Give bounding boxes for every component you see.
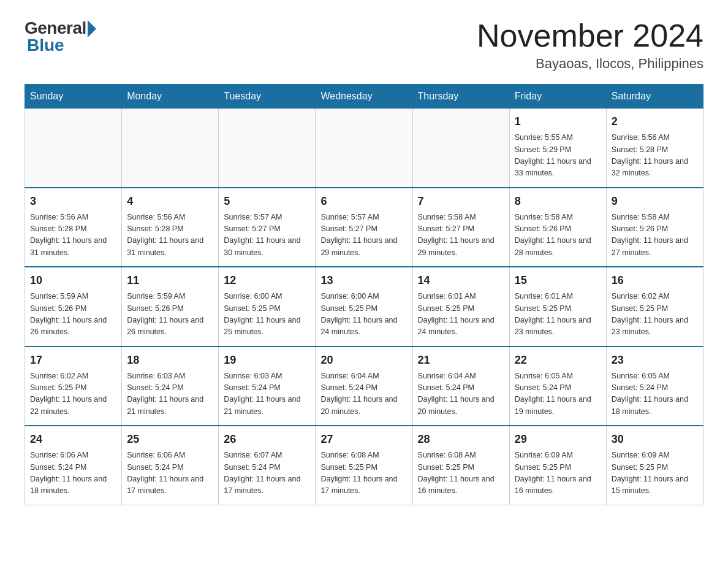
page-header: General Blue November 2024 Bayaoas, Iloc… — [25, 18, 703, 72]
day-number: 10 — [30, 272, 116, 289]
day-number: 9 — [612, 193, 698, 210]
day-number: 28 — [418, 431, 504, 448]
day-info: Sunrise: 6:06 AMSunset: 5:24 PMDaylight:… — [127, 450, 213, 497]
day-info: Sunrise: 6:05 AMSunset: 5:24 PMDaylight:… — [612, 370, 698, 418]
day-number: 16 — [612, 272, 698, 289]
calendar-cell: 13Sunrise: 6:00 AMSunset: 5:25 PMDayligh… — [316, 267, 412, 347]
calendar-cell: 20Sunrise: 6:04 AMSunset: 5:24 PMDayligh… — [316, 347, 412, 426]
calendar-cell: 22Sunrise: 6:05 AMSunset: 5:24 PMDayligh… — [509, 347, 606, 426]
calendar-week-row: 17Sunrise: 6:02 AMSunset: 5:25 PMDayligh… — [25, 347, 703, 426]
day-number: 11 — [127, 272, 213, 289]
day-info: Sunrise: 6:06 AMSunset: 5:24 PMDaylight:… — [30, 450, 116, 497]
day-number: 30 — [612, 431, 698, 448]
day-info: Sunrise: 5:58 AMSunset: 5:26 PMDaylight:… — [515, 212, 601, 259]
calendar-cell: 29Sunrise: 6:09 AMSunset: 5:25 PMDayligh… — [509, 426, 606, 505]
day-number: 4 — [127, 193, 213, 210]
calendar-cell: 3Sunrise: 5:56 AMSunset: 5:28 PMDaylight… — [25, 188, 122, 267]
day-number: 27 — [320, 431, 407, 448]
calendar-cell: 1Sunrise: 5:55 AMSunset: 5:29 PMDaylight… — [509, 109, 606, 188]
day-info: Sunrise: 6:07 AMSunset: 5:24 PMDaylight:… — [224, 450, 310, 497]
calendar-cell: 24Sunrise: 6:06 AMSunset: 5:24 PMDayligh… — [25, 426, 122, 505]
weekday-header-row: SundayMondayTuesdayWednesdayThursdayFrid… — [25, 85, 703, 109]
calendar-cell: 8Sunrise: 5:58 AMSunset: 5:26 PMDaylight… — [509, 188, 606, 267]
calendar-week-row: 10Sunrise: 5:59 AMSunset: 5:26 PMDayligh… — [25, 267, 703, 347]
calendar-cell: 17Sunrise: 6:02 AMSunset: 5:25 PMDayligh… — [25, 347, 122, 426]
calendar-cell: 27Sunrise: 6:08 AMSunset: 5:25 PMDayligh… — [316, 426, 412, 505]
day-number: 8 — [515, 193, 601, 210]
day-info: Sunrise: 5:55 AMSunset: 5:29 PMDaylight:… — [515, 132, 601, 180]
calendar-cell: 5Sunrise: 5:57 AMSunset: 5:27 PMDaylight… — [219, 188, 316, 267]
calendar-table: SundayMondayTuesdayWednesdayThursdayFrid… — [25, 84, 703, 505]
day-info: Sunrise: 6:01 AMSunset: 5:25 PMDaylight:… — [418, 291, 504, 339]
day-number: 17 — [30, 352, 116, 369]
day-info: Sunrise: 6:01 AMSunset: 5:25 PMDaylight:… — [515, 291, 601, 339]
day-number: 5 — [224, 193, 310, 210]
day-number: 2 — [612, 113, 698, 130]
calendar-cell — [412, 109, 509, 188]
day-info: Sunrise: 5:59 AMSunset: 5:26 PMDaylight:… — [30, 291, 116, 339]
day-info: Sunrise: 6:09 AMSunset: 5:25 PMDaylight:… — [515, 450, 601, 497]
calendar-week-row: 1Sunrise: 5:55 AMSunset: 5:29 PMDaylight… — [25, 109, 703, 188]
day-info: Sunrise: 6:02 AMSunset: 5:25 PMDaylight:… — [30, 370, 116, 418]
day-number: 15 — [515, 272, 601, 289]
calendar-cell: 16Sunrise: 6:02 AMSunset: 5:25 PMDayligh… — [606, 267, 703, 347]
day-info: Sunrise: 5:59 AMSunset: 5:26 PMDaylight:… — [127, 291, 213, 339]
day-number: 14 — [418, 272, 504, 289]
day-info: Sunrise: 5:56 AMSunset: 5:28 PMDaylight:… — [612, 132, 698, 180]
calendar-cell: 25Sunrise: 6:06 AMSunset: 5:24 PMDayligh… — [122, 426, 219, 505]
logo-arrow-icon — [88, 20, 96, 37]
weekday-header-friday: Friday — [509, 85, 606, 109]
day-number: 23 — [612, 352, 698, 369]
logo-blue-text: Blue — [27, 36, 64, 55]
day-info: Sunrise: 6:09 AMSunset: 5:25 PMDaylight:… — [612, 450, 698, 497]
calendar-cell: 2Sunrise: 5:56 AMSunset: 5:28 PMDaylight… — [606, 109, 703, 188]
day-info: Sunrise: 6:03 AMSunset: 5:24 PMDaylight:… — [127, 370, 213, 418]
calendar-week-row: 3Sunrise: 5:56 AMSunset: 5:28 PMDaylight… — [25, 188, 703, 267]
day-number: 6 — [320, 193, 407, 210]
day-info: Sunrise: 5:58 AMSunset: 5:27 PMDaylight:… — [418, 212, 504, 259]
calendar-cell: 4Sunrise: 5:56 AMSunset: 5:28 PMDaylight… — [122, 188, 219, 267]
day-number: 3 — [30, 193, 116, 210]
day-number: 26 — [224, 431, 310, 448]
day-number: 25 — [127, 431, 213, 448]
weekday-header-thursday: Thursday — [412, 85, 509, 109]
day-number: 29 — [515, 431, 601, 448]
title-block: November 2024 Bayaoas, Ilocos, Philippin… — [477, 18, 703, 72]
calendar-cell: 15Sunrise: 6:01 AMSunset: 5:25 PMDayligh… — [509, 267, 606, 347]
logo: General Blue — [25, 18, 96, 55]
day-info: Sunrise: 5:56 AMSunset: 5:28 PMDaylight:… — [30, 212, 116, 259]
day-number: 1 — [515, 113, 601, 130]
weekday-header-sunday: Sunday — [25, 85, 122, 109]
day-number: 19 — [224, 352, 310, 369]
calendar-week-row: 24Sunrise: 6:06 AMSunset: 5:24 PMDayligh… — [25, 426, 703, 505]
calendar-cell: 19Sunrise: 6:03 AMSunset: 5:24 PMDayligh… — [219, 347, 316, 426]
day-info: Sunrise: 6:08 AMSunset: 5:25 PMDaylight:… — [320, 450, 407, 497]
month-title: November 2024 — [477, 18, 703, 53]
weekday-header-saturday: Saturday — [606, 85, 703, 109]
day-info: Sunrise: 6:02 AMSunset: 5:25 PMDaylight:… — [612, 291, 698, 339]
calendar-cell: 23Sunrise: 6:05 AMSunset: 5:24 PMDayligh… — [606, 347, 703, 426]
calendar-cell — [25, 109, 122, 188]
location-title: Bayaoas, Ilocos, Philippines — [477, 56, 703, 72]
day-info: Sunrise: 6:03 AMSunset: 5:24 PMDaylight:… — [224, 370, 310, 418]
calendar-cell: 28Sunrise: 6:08 AMSunset: 5:25 PMDayligh… — [412, 426, 509, 505]
calendar-cell: 10Sunrise: 5:59 AMSunset: 5:26 PMDayligh… — [25, 267, 122, 347]
day-info: Sunrise: 5:56 AMSunset: 5:28 PMDaylight:… — [127, 212, 213, 259]
calendar-cell — [122, 109, 219, 188]
day-info: Sunrise: 6:05 AMSunset: 5:24 PMDaylight:… — [515, 370, 601, 418]
calendar-cell: 26Sunrise: 6:07 AMSunset: 5:24 PMDayligh… — [219, 426, 316, 505]
day-number: 12 — [224, 272, 310, 289]
calendar-cell: 21Sunrise: 6:04 AMSunset: 5:24 PMDayligh… — [412, 347, 509, 426]
day-number: 7 — [418, 193, 504, 210]
calendar-cell: 9Sunrise: 5:58 AMSunset: 5:26 PMDaylight… — [606, 188, 703, 267]
calendar-cell: 7Sunrise: 5:58 AMSunset: 5:27 PMDaylight… — [412, 188, 509, 267]
day-number: 21 — [418, 352, 504, 369]
day-info: Sunrise: 5:57 AMSunset: 5:27 PMDaylight:… — [224, 212, 310, 259]
day-info: Sunrise: 5:57 AMSunset: 5:27 PMDaylight:… — [320, 212, 407, 259]
weekday-header-wednesday: Wednesday — [316, 85, 412, 109]
calendar-cell — [219, 109, 316, 188]
day-info: Sunrise: 6:04 AMSunset: 5:24 PMDaylight:… — [320, 370, 407, 418]
calendar-cell: 12Sunrise: 6:00 AMSunset: 5:25 PMDayligh… — [219, 267, 316, 347]
day-info: Sunrise: 5:58 AMSunset: 5:26 PMDaylight:… — [612, 212, 698, 259]
day-number: 22 — [515, 352, 601, 369]
